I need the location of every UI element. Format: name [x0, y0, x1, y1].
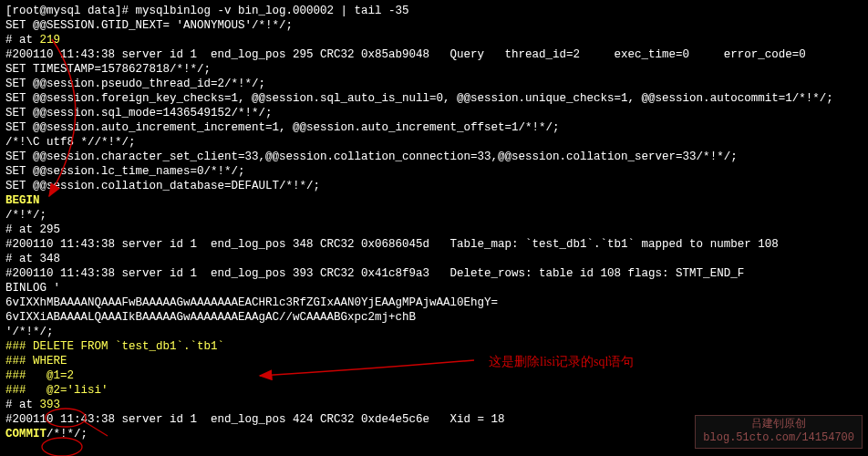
output-line: SET @@session.collation_database=DEFAULT…: [5, 179, 863, 193]
output-line: /*!*/;: [5, 208, 863, 223]
shell-prompt: [root@mysql data]#: [5, 5, 136, 17]
command-text: mysqlbinlog -v bin_log.000002 | tail -35: [136, 5, 409, 17]
output-line: SET TIMESTAMP=1578627818/*!*/;: [5, 62, 863, 77]
where-value: ### @2='lisi': [5, 383, 863, 398]
output-line: # at 393: [5, 398, 863, 412]
pos-highlight: 219: [40, 34, 61, 47]
output-line: SET @@session.sql_mode=1436549152/*!*/;: [5, 106, 863, 120]
pos-highlight: 393: [40, 399, 61, 411]
begin-keyword: BEGIN: [5, 193, 863, 208]
watermark: 吕建钊原创 blog.51cto.com/14154700: [695, 415, 863, 449]
where-value: ### @1=2: [5, 368, 863, 383]
output-line: #200110 11:43:38 server id 1 end_log_pos…: [5, 266, 863, 281]
output-line: SET @@session.pseudo_thread_id=2/*!*/;: [5, 77, 863, 91]
output-line: 6vIXXiABAAAALQAAAIkBAAAAAGwAAAAAAAEAAgAC…: [5, 310, 863, 325]
delete-stmt: ### DELETE FROM `test_db1`.`tb1`: [5, 339, 863, 354]
annotation-text: 这是删除lisi记录的sql语句: [489, 354, 634, 370]
terminal-output: [root@mysql data]# mysqlbinlog -v bin_lo…: [5, 4, 863, 441]
output-line: 6vIXXhMBAAAANQAAAFwBAAAAAGwAAAAAAAEACHRl…: [5, 295, 863, 310]
output-line: SET @@SESSION.GTID_NEXT= 'ANONYMOUS'/*!*…: [5, 18, 863, 33]
output-line: # at 295: [5, 223, 863, 237]
output-line: SET @@session.auto_increment_increment=1…: [5, 120, 863, 135]
watermark-author: 吕建钊原创: [703, 418, 854, 432]
where-clause: ### WHERE: [5, 354, 863, 368]
output-line: SET @@session.foreign_key_checks=1, @@se…: [5, 91, 863, 106]
output-line: # at 348: [5, 252, 863, 266]
output-line: '/*!*/;: [5, 325, 863, 339]
watermark-url: blog.51cto.com/14154700: [703, 431, 854, 446]
output-line: #200110 11:43:38 server id 1 end_log_pos…: [5, 47, 863, 62]
output-line: BINLOG ': [5, 281, 863, 295]
output-line: #200110 11:43:38 server id 1 end_log_pos…: [5, 237, 863, 252]
output-line: /*!\C utf8 *//*!*/;: [5, 135, 863, 150]
output-line: # at 219: [5, 33, 863, 47]
output-line: SET @@session.character_set_client=33,@@…: [5, 150, 863, 164]
prompt-line: [root@mysql data]# mysqlbinlog -v bin_lo…: [5, 4, 863, 18]
output-line: SET @@session.lc_time_names=0/*!*/;: [5, 164, 863, 179]
